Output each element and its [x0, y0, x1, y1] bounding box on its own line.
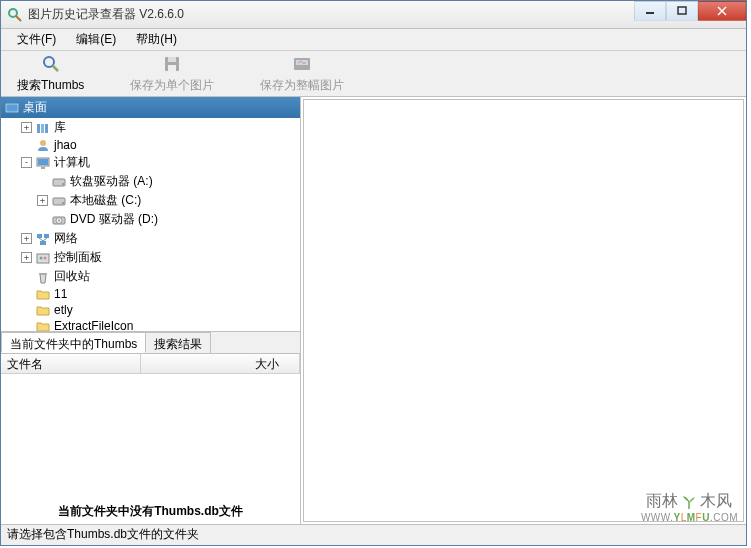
status-text: 请选择包含Thumbs.db文件的文件夹	[7, 526, 199, 543]
svg-point-24	[62, 202, 64, 204]
tree-node-label: 网络	[54, 230, 78, 247]
menu-help[interactable]: 帮助(H)	[126, 29, 187, 50]
svg-rect-19	[38, 159, 48, 165]
tree-node-label: 库	[54, 119, 66, 136]
window-title: 图片历史记录查看器 V2.6.6.0	[28, 6, 184, 23]
tab-search-results[interactable]: 搜索结果	[145, 332, 211, 353]
svg-rect-9	[168, 57, 176, 62]
svg-rect-13	[6, 104, 18, 112]
computer-icon	[35, 156, 51, 170]
svg-point-17	[40, 140, 46, 146]
tree-node-label: 软盘驱动器 (A:)	[70, 173, 153, 190]
save-single-button[interactable]: 保存为单个图片	[122, 52, 222, 96]
thumbs-list: 文件名 大小 当前文件夹中没有Thumbs.db文件	[1, 354, 300, 524]
svg-rect-15	[41, 124, 44, 133]
menu-edit[interactable]: 编辑(E)	[66, 29, 126, 50]
save-full-label: 保存为整幅图片	[260, 77, 344, 94]
save-full-button[interactable]: 保存为整幅图片	[252, 52, 352, 96]
folder-icon	[35, 303, 51, 317]
dvd-icon	[51, 213, 67, 227]
tree-node-label: DVD 驱动器 (D:)	[70, 211, 158, 228]
tree-node-label: 计算机	[54, 154, 90, 171]
list-body: 当前文件夹中没有Thumbs.db文件	[1, 374, 300, 524]
tree-node[interactable]: 回收站	[1, 267, 300, 286]
svg-point-27	[58, 219, 60, 221]
recycle-icon	[35, 270, 51, 284]
svg-rect-29	[44, 234, 49, 238]
expand-icon[interactable]: +	[21, 122, 32, 133]
statusbar: 请选择包含Thumbs.db文件的文件夹	[1, 524, 746, 544]
titlebar: 图片历史记录查看器 V2.6.6.0	[1, 1, 746, 29]
tabs-container: 当前文件夹中的Thumbs 搜索结果 文件名 大小 当前文件夹中没有Thumbs…	[1, 332, 300, 524]
preview-panel	[303, 99, 744, 522]
svg-point-22	[62, 183, 64, 185]
column-size[interactable]: 大小	[141, 354, 300, 373]
window-controls	[634, 1, 746, 21]
svg-point-34	[40, 256, 43, 259]
tree-node[interactable]: -计算机	[1, 153, 300, 172]
maximize-button[interactable]	[666, 1, 698, 21]
svg-rect-3	[678, 7, 686, 14]
expand-icon[interactable]: +	[21, 233, 32, 244]
svg-rect-36	[39, 273, 47, 275]
tree-node[interactable]: +本地磁盘 (C:)	[1, 191, 300, 210]
expand-icon[interactable]: +	[21, 252, 32, 263]
menu-file[interactable]: 文件(F)	[7, 29, 66, 50]
tree-node-label: 控制面板	[54, 249, 102, 266]
main-area: 桌面 +库jhao-计算机软盘驱动器 (A:)+本地磁盘 (C:)DVD 驱动器…	[1, 97, 746, 524]
svg-rect-33	[37, 254, 49, 263]
svg-point-35	[44, 256, 47, 259]
svg-line-31	[39, 238, 43, 241]
folder-icon	[35, 287, 51, 301]
search-thumbs-button[interactable]: 搜索Thumbs	[9, 52, 92, 96]
tree-node[interactable]: jhao	[1, 137, 300, 153]
svg-rect-10	[168, 65, 176, 71]
close-button[interactable]	[698, 1, 746, 21]
app-icon	[7, 7, 23, 23]
tree-node-label: etly	[54, 303, 73, 317]
tree-node-label: 11	[54, 287, 67, 301]
lib-icon	[35, 121, 51, 135]
tree-node[interactable]: +控制面板	[1, 248, 300, 267]
app-window: 图片历史记录查看器 V2.6.6.0 文件(F) 编辑(E) 帮助(H) 搜索T…	[0, 0, 747, 546]
tree-node[interactable]: etly	[1, 302, 300, 318]
network-icon	[35, 232, 51, 246]
tree-root-label: 桌面	[23, 99, 47, 116]
tree-node-label: 本地磁盘 (C:)	[70, 192, 141, 209]
tree-node[interactable]: ExtractFileIcon	[1, 318, 300, 332]
user-icon	[35, 138, 51, 152]
expand-icon[interactable]: +	[37, 195, 48, 206]
left-panel: 桌面 +库jhao-计算机软盘驱动器 (A:)+本地磁盘 (C:)DVD 驱动器…	[1, 97, 301, 524]
column-filename[interactable]: 文件名	[1, 354, 141, 373]
tree-node-label: 回收站	[54, 268, 90, 285]
svg-rect-14	[37, 124, 40, 133]
folder-tree[interactable]: 桌面 +库jhao-计算机软盘驱动器 (A:)+本地磁盘 (C:)DVD 驱动器…	[1, 97, 300, 332]
tree-node-label: ExtractFileIcon	[54, 319, 133, 332]
search-icon	[41, 54, 61, 74]
drive-icon	[51, 175, 67, 189]
svg-rect-30	[40, 241, 46, 245]
toolbar: 搜索Thumbs 保存为单个图片 保存为整幅图片	[1, 51, 746, 97]
search-label: 搜索Thumbs	[17, 77, 84, 94]
tabs-header: 当前文件夹中的Thumbs 搜索结果	[1, 332, 300, 354]
tree-node[interactable]: 11	[1, 286, 300, 302]
svg-rect-28	[37, 234, 42, 238]
menubar: 文件(F) 编辑(E) 帮助(H)	[1, 29, 746, 51]
desktop-icon	[5, 102, 19, 114]
tree-node[interactable]: DVD 驱动器 (D:)	[1, 210, 300, 229]
svg-rect-16	[45, 124, 48, 133]
list-header: 文件名 大小	[1, 354, 300, 374]
svg-line-32	[43, 238, 47, 241]
tab-current-folder[interactable]: 当前文件夹中的Thumbs	[1, 332, 146, 353]
svg-line-1	[16, 16, 21, 21]
tree-node[interactable]: 软盘驱动器 (A:)	[1, 172, 300, 191]
drive-icon	[51, 194, 67, 208]
minimize-button[interactable]	[634, 1, 666, 21]
tree-root-desktop[interactable]: 桌面	[1, 97, 300, 118]
svg-point-6	[44, 57, 54, 67]
svg-rect-20	[41, 167, 45, 169]
tree-node[interactable]: +网络	[1, 229, 300, 248]
collapse-icon[interactable]: -	[21, 157, 32, 168]
save-full-icon	[292, 54, 312, 74]
tree-node[interactable]: +库	[1, 118, 300, 137]
